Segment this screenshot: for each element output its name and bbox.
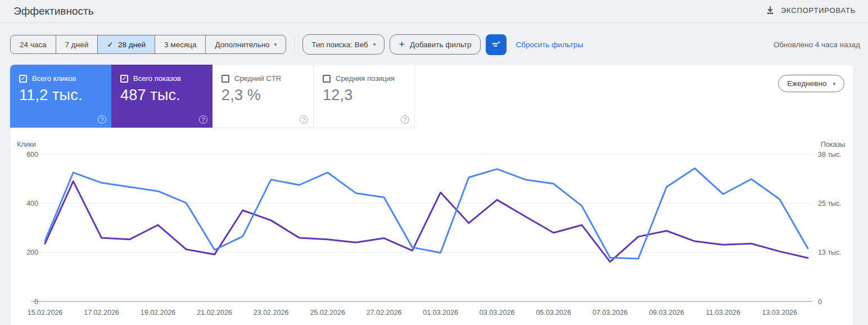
- metric-card-header: Средний CTR: [221, 74, 305, 83]
- page-title: Эффективность: [13, 5, 94, 17]
- metric-value: 2,3 %: [221, 87, 305, 104]
- last-updated-text: Обновлено 4 часа назад: [774, 40, 860, 49]
- date-range-chip-3[interactable]: 3 месяца: [155, 35, 205, 53]
- metric-label: Всего показов: [133, 74, 181, 83]
- x-axis-tick: 23.02.2026: [254, 309, 289, 317]
- date-range-label: 28 дней: [118, 40, 146, 49]
- metric-cards: ✓Всего кликов11,2 тыс.?✓Всего показов487…: [10, 65, 415, 128]
- search-type-dropdown[interactable]: Тип поиска: Веб ▾: [302, 34, 385, 55]
- performance-chart[interactable]: 60038 тыс.40025 тыс.20013 тыс.00КликиПок…: [10, 128, 853, 325]
- metric-card-header: Средняя позиция: [323, 74, 406, 83]
- metric-card-0[interactable]: ✓Всего кликов11,2 тыс.?: [10, 65, 111, 128]
- date-range-chip-0[interactable]: 24 часа: [11, 35, 56, 53]
- header: Эффективность ЭКСПОРТИРОВАТЬ: [0, 0, 868, 23]
- x-axis-tick: 11.03.2026: [706, 309, 740, 317]
- search-type-label: Тип поиска: Веб: [311, 40, 368, 49]
- help-icon[interactable]: ?: [300, 115, 308, 124]
- date-range-chip-4[interactable]: Дополнительно▾: [205, 35, 286, 53]
- check-icon: ✓: [107, 40, 114, 49]
- add-filter-button[interactable]: + Добавить фильтр: [390, 34, 480, 55]
- filter-sparkle-icon: [490, 38, 502, 51]
- granularity-label: Ежедневно: [787, 79, 826, 88]
- date-range-label: 7 дней: [65, 40, 89, 49]
- checkbox-unchecked-icon[interactable]: [323, 75, 331, 83]
- checkbox-checked-icon[interactable]: ✓: [19, 75, 27, 83]
- metric-card-2[interactable]: Средний CTR2,3 %?: [213, 65, 314, 128]
- chevron-down-icon: ▾: [373, 42, 376, 47]
- right-axis-tick: 25 тыс.: [818, 200, 842, 207]
- x-axis-tick: 05.03.2026: [536, 309, 571, 317]
- left-axis-tick: 600: [26, 151, 38, 159]
- x-axis-tick: 19.02.2026: [141, 309, 176, 317]
- x-axis-tick: 03.03.2026: [480, 309, 515, 317]
- right-axis-tick: 0: [818, 298, 822, 306]
- chevron-down-icon: ▾: [274, 42, 277, 47]
- x-axis-tick: 09.03.2026: [649, 309, 684, 317]
- x-axis-tick: 15.02.2026: [28, 309, 63, 317]
- metric-label: Всего кликов: [32, 74, 76, 83]
- checkbox-checked-icon[interactable]: ✓: [120, 75, 128, 83]
- left-axis-title: Клики: [17, 141, 36, 148]
- right-axis-title: Показы: [821, 141, 845, 148]
- metric-card-header: ✓Всего показов: [120, 74, 205, 83]
- clicks-line: [45, 168, 808, 259]
- metric-label: Средняя позиция: [336, 74, 395, 83]
- x-axis-tick: 07.03.2026: [593, 309, 628, 317]
- x-axis-tick: 25.02.2026: [310, 309, 345, 317]
- right-axis-tick: 13 тыс.: [818, 249, 842, 256]
- x-axis-tick: 17.02.2026: [84, 309, 119, 317]
- date-range-chip-1[interactable]: 7 дней: [56, 35, 98, 53]
- x-axis-tick: 01.03.2026: [423, 309, 458, 317]
- metric-card-1[interactable]: ✓Всего показов487 тыс.?: [111, 65, 213, 128]
- add-filter-label: Добавить фильтр: [410, 40, 472, 49]
- download-icon: [765, 5, 775, 15]
- date-range-label: 24 часа: [20, 40, 47, 49]
- granularity-dropdown[interactable]: Ежедневно ▾: [778, 75, 844, 92]
- metric-value: 11,2 тыс.: [19, 87, 103, 104]
- x-axis-tick: 13.03.2026: [762, 309, 797, 317]
- help-icon[interactable]: ?: [98, 115, 106, 124]
- metric-card-header: ✓Всего кликов: [19, 74, 103, 83]
- date-range-group: 24 часа7 дней✓28 дней3 месяцаДополнитель…: [10, 35, 286, 54]
- metric-value: 487 тыс.: [120, 87, 205, 104]
- plus-icon: +: [399, 39, 405, 49]
- x-axis-tick: 21.02.2026: [197, 309, 232, 317]
- metric-label: Средний CTR: [234, 74, 281, 83]
- performance-panel: ✓Всего кликов11,2 тыс.?✓Всего показов487…: [10, 65, 853, 325]
- date-range-label: Дополнительно: [215, 40, 269, 49]
- toolbar-divider: [294, 36, 295, 53]
- metrics-row: ✓Всего кликов11,2 тыс.?✓Всего показов487…: [10, 65, 853, 128]
- right-axis-tick: 38 тыс.: [818, 151, 842, 159]
- x-axis-tick: 27.02.2026: [367, 309, 402, 317]
- metric-value: 12,3: [323, 87, 406, 104]
- smart-filter-button[interactable]: [486, 34, 507, 55]
- filter-toolbar: 24 часа7 дней✓28 дней3 месяцаДополнитель…: [10, 34, 868, 55]
- metric-card-3[interactable]: Средняя позиция12,3?: [314, 65, 415, 128]
- help-icon[interactable]: ?: [199, 115, 207, 124]
- chevron-down-icon: ▾: [833, 81, 835, 87]
- export-label: ЭКСПОРТИРОВАТЬ: [781, 6, 856, 15]
- left-axis-tick: 200: [26, 249, 38, 256]
- date-range-chip-2[interactable]: ✓28 дней: [97, 35, 155, 53]
- export-button[interactable]: ЭКСПОРТИРОВАТЬ: [761, 3, 860, 17]
- left-axis-tick: 0: [34, 298, 38, 306]
- left-axis-tick: 400: [26, 200, 38, 207]
- help-icon[interactable]: ?: [401, 115, 409, 124]
- reset-filters-link[interactable]: Сбросить фильтры: [516, 40, 584, 49]
- date-range-label: 3 месяца: [164, 40, 196, 49]
- checkbox-unchecked-icon[interactable]: [221, 75, 229, 83]
